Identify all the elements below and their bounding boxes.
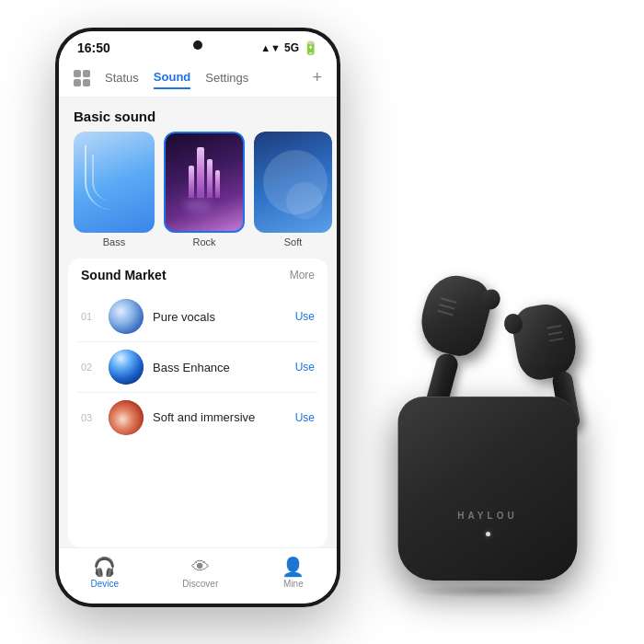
sound-market: Sound Market More 01 Pure vocals Use xyxy=(68,259,328,547)
sound-use-3[interactable]: Use xyxy=(295,411,315,424)
preset-bass-label: Bass xyxy=(74,236,155,247)
sound-num-2: 02 xyxy=(81,362,99,373)
screen-content: Basic sound xyxy=(59,98,337,547)
device-icon: 🎧 xyxy=(93,558,116,576)
nav-device-label: Device xyxy=(91,579,120,589)
status-icons: ▲▼ 5G 🔋 xyxy=(260,40,318,55)
tab-add[interactable]: + xyxy=(312,68,322,87)
tab-status[interactable]: Status xyxy=(105,67,139,88)
sound-name-3: Soft and immersive xyxy=(153,410,295,426)
preset-soft[interactable]: Soft xyxy=(254,132,332,247)
sound-avatar-1 xyxy=(109,299,144,334)
preset-rock[interactable]: Rock xyxy=(164,132,245,247)
signal-icon: ▲▼ xyxy=(260,42,281,53)
preset-bass[interactable]: Bass xyxy=(74,132,155,247)
mine-icon: 👤 xyxy=(282,558,305,576)
nav-device[interactable]: 🎧 Device xyxy=(91,558,120,589)
sound-use-2[interactable]: Use xyxy=(295,361,315,374)
tab-settings[interactable]: Settings xyxy=(205,67,248,88)
earbuds-container: HAYLOU xyxy=(359,248,616,616)
discover-icon: 👁 xyxy=(191,558,210,576)
nav-discover[interactable]: 👁 Discover xyxy=(182,558,218,589)
tab-bar: Status Sound Settings + xyxy=(59,59,337,98)
sound-avatar-2 xyxy=(109,350,144,385)
market-header: Sound Market More xyxy=(77,268,318,282)
nav-discover-label: Discover xyxy=(182,579,218,589)
basic-sound-title: Basic sound xyxy=(59,98,337,132)
preset-soft-label: Soft xyxy=(254,236,332,247)
charging-case: HAYLOU xyxy=(398,397,578,598)
status-time: 16:50 xyxy=(77,40,110,55)
brand-label: HAYLOU xyxy=(457,511,517,521)
market-title: Sound Market xyxy=(81,268,167,282)
battery-icon: 🔋 xyxy=(303,40,318,55)
case-shadow xyxy=(409,584,566,598)
sound-presets: Bass xyxy=(59,132,337,259)
tab-sound[interactable]: Sound xyxy=(154,66,190,89)
grid-icon[interactable] xyxy=(74,70,90,86)
market-more[interactable]: More xyxy=(290,269,315,282)
sound-name-2: Bass Enhance xyxy=(153,361,295,374)
case-led xyxy=(486,532,490,536)
sound-num-1: 01 xyxy=(81,311,99,322)
sound-avatar-3 xyxy=(109,400,144,435)
5g-label: 5G xyxy=(284,41,299,54)
sound-use-1[interactable]: Use xyxy=(295,310,315,323)
preset-rock-label: Rock xyxy=(164,236,245,247)
sound-name-1: Pure vocals xyxy=(153,310,295,324)
phone: 16:50 ▲▼ 5G 🔋 Status Sound Settings + xyxy=(55,28,340,607)
nav-mine[interactable]: 👤 Mine xyxy=(282,558,305,589)
phone-screen: 16:50 ▲▼ 5G 🔋 Status Sound Settings + xyxy=(59,31,337,604)
sound-item-3[interactable]: 03 Soft and immersive Use xyxy=(77,393,318,443)
camera-dot xyxy=(193,40,202,50)
nav-mine-label: Mine xyxy=(283,579,304,589)
sound-item-2[interactable]: 02 Bass Enhance Use xyxy=(77,342,318,393)
scene: 16:50 ▲▼ 5G 🔋 Status Sound Settings + xyxy=(0,0,644,644)
sound-num-3: 03 xyxy=(81,412,99,423)
sound-item-1[interactable]: 01 Pure vocals Use xyxy=(77,292,318,342)
bottom-nav: 🎧 Device 👁 Discover 👤 Mine xyxy=(59,547,337,604)
